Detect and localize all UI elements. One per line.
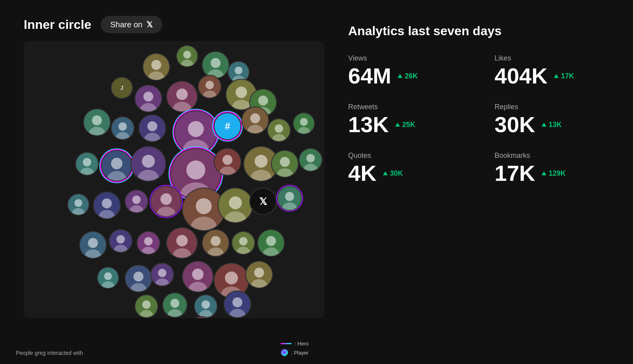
bubble-40[interactable]	[231, 231, 255, 255]
bubble-inner-42	[98, 267, 118, 288]
svg-point-182	[171, 299, 180, 308]
svg-point-74	[142, 155, 155, 168]
svg-point-142	[210, 236, 220, 246]
svg-point-138	[176, 235, 188, 246]
bubble-8[interactable]	[198, 75, 222, 99]
svg-point-154	[104, 272, 112, 280]
bubble-inner-20	[102, 151, 132, 181]
metric-block-retweets: Retweets 13K 25K	[348, 103, 463, 136]
metric-delta: 30K	[383, 169, 403, 178]
arrow-up-icon	[554, 74, 559, 78]
bubble-12[interactable]	[111, 116, 135, 140]
bubble-inner-6	[135, 85, 161, 112]
bubble-7[interactable]	[166, 81, 198, 112]
bubble-43[interactable]	[125, 265, 152, 292]
metric-block-replies: Replies 30K 13K	[495, 103, 609, 136]
bubble-3[interactable]	[202, 51, 229, 79]
svg-point-14	[235, 66, 243, 74]
svg-point-54	[250, 114, 260, 123]
bubble-49[interactable]	[162, 292, 188, 318]
bubble-38[interactable]	[166, 227, 198, 259]
bubble-28[interactable]	[93, 191, 121, 219]
share-label: Share on	[110, 20, 142, 29]
bubble-27[interactable]	[67, 193, 89, 216]
metric-delta: 26K	[398, 72, 418, 80]
arrow-up-icon	[395, 123, 400, 127]
svg-point-174	[254, 268, 264, 278]
bubble-13[interactable]	[138, 114, 166, 142]
footer-legend: People greg interacted with : Hero	[16, 341, 309, 356]
bubble-16[interactable]	[241, 106, 269, 134]
bubble-50[interactable]	[194, 294, 218, 318]
bubble-2[interactable]	[176, 45, 198, 67]
bubble-1[interactable]	[142, 53, 170, 81]
bubble-44[interactable]	[150, 263, 174, 286]
bubble-inner-2	[177, 46, 197, 66]
metric-value-row: 4K 30K	[348, 162, 463, 184]
share-button[interactable]: Share on 𝕏	[101, 16, 162, 33]
bubble-25[interactable]	[271, 150, 299, 178]
metric-label: Replies	[495, 103, 609, 111]
bubble-48[interactable]	[135, 294, 158, 318]
svg-point-30	[236, 87, 247, 98]
metric-value-row: 17K 129K	[495, 162, 609, 184]
svg-point-118	[229, 196, 242, 209]
bubble-inner-33: 𝕏	[250, 188, 276, 214]
bubble-26[interactable]	[299, 148, 322, 172]
metric-value-row: 404K 17K	[495, 65, 609, 87]
bubble-20[interactable]	[101, 150, 133, 182]
bubble-51[interactable]	[224, 290, 251, 318]
bubble-19[interactable]	[75, 152, 99, 176]
bubble-36[interactable]	[109, 229, 133, 253]
bubble-32[interactable]	[218, 188, 253, 223]
bubble-inner-40	[232, 232, 254, 254]
svg-point-62	[300, 118, 308, 126]
svg-point-178	[142, 300, 150, 309]
bubble-inner-29	[125, 190, 148, 212]
bubble-5[interactable]: J	[111, 77, 133, 99]
metric-value: 30K	[495, 114, 535, 136]
bubble-inner-35	[80, 232, 106, 258]
bubble-inner-30	[151, 186, 181, 216]
hero-legend-label: : Hero	[295, 341, 309, 347]
bubble-42[interactable]	[97, 267, 119, 289]
bubble-11[interactable]	[83, 108, 111, 136]
svg-point-66	[83, 158, 91, 166]
bubble-37[interactable]	[136, 231, 160, 255]
svg-point-162	[158, 269, 166, 277]
bubble-6[interactable]	[135, 85, 162, 112]
svg-point-98	[74, 199, 82, 207]
metric-label: Retweets	[348, 103, 463, 111]
bubble-14[interactable]	[174, 110, 218, 154]
bubble-45[interactable]	[182, 261, 214, 292]
bubble-29[interactable]	[125, 190, 148, 213]
bubble-inner-25	[272, 151, 298, 177]
bubble-17[interactable]	[267, 118, 291, 142]
bubble-41[interactable]	[257, 229, 285, 257]
bubble-35[interactable]	[79, 231, 107, 259]
svg-point-86	[255, 155, 268, 168]
bubble-21[interactable]	[131, 146, 166, 182]
arrow-up-icon	[542, 171, 546, 175]
bubble-15[interactable]: #	[214, 112, 241, 140]
bubble-23[interactable]	[214, 148, 241, 176]
bubble-30[interactable]	[150, 186, 182, 217]
bubble-inner-48	[135, 295, 157, 317]
right-panel: Analytics last seven days Views 64M 26K …	[324, 0, 633, 364]
bubble-inner-1	[143, 54, 169, 80]
bubble-39[interactable]	[202, 229, 229, 257]
bubble-18[interactable]	[293, 112, 315, 135]
bubble-33[interactable]: 𝕏	[249, 188, 277, 215]
bubble-34[interactable]	[277, 186, 302, 211]
bubble-inner-37	[137, 232, 159, 254]
bubble-47[interactable]	[245, 261, 273, 288]
metric-value: 17K	[495, 162, 535, 184]
svg-point-170	[225, 271, 238, 284]
svg-point-38	[92, 116, 102, 125]
bubble-inner-34	[278, 186, 301, 210]
bubble-inner-53	[189, 317, 215, 318]
arrow-up-icon	[383, 171, 388, 175]
svg-point-50	[188, 121, 204, 137]
player-legend-label: : Player	[291, 350, 309, 356]
svg-point-146	[239, 237, 247, 245]
